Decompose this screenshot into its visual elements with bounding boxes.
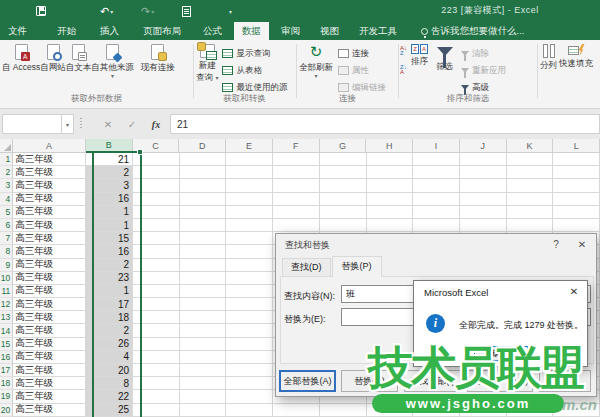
- cell-B16[interactable]: 4: [86, 351, 133, 364]
- cell-B17[interactable]: 20: [86, 364, 133, 377]
- row-header-15[interactable]: 15: [0, 338, 13, 351]
- cell-E1[interactable]: [226, 153, 273, 166]
- undo-dropdown-icon[interactable]: ▾: [110, 8, 113, 15]
- cell-A12[interactable]: 高三年级: [13, 298, 86, 311]
- cell-B10[interactable]: 23: [86, 272, 133, 285]
- cell-L1[interactable]: [553, 153, 600, 166]
- cell-B6[interactable]: 1: [86, 219, 133, 232]
- cell-J20[interactable]: [460, 404, 507, 417]
- cell-H4[interactable]: [367, 193, 414, 206]
- cell-E11[interactable]: [226, 285, 273, 298]
- cell-F1[interactable]: [273, 153, 320, 166]
- column-header-B[interactable]: B: [86, 139, 133, 153]
- cell-I5[interactable]: [413, 206, 460, 219]
- row-header-12[interactable]: 12: [0, 298, 13, 311]
- cell-K4[interactable]: [507, 193, 554, 206]
- cell-D9[interactable]: [180, 259, 227, 272]
- cell-F3[interactable]: [273, 179, 320, 192]
- cell-C5[interactable]: [133, 206, 180, 219]
- cell-F5[interactable]: [273, 206, 320, 219]
- cell-D5[interactable]: [180, 206, 227, 219]
- from-table-button[interactable]: 从表格: [222, 62, 287, 79]
- cell-J3[interactable]: [460, 179, 507, 192]
- dialog-close-icon[interactable]: ✕: [568, 234, 596, 255]
- refresh-all-button[interactable]: ↻ 全部刷新 ▾: [299, 40, 333, 79]
- cell-F2[interactable]: [273, 166, 320, 179]
- cell-A18[interactable]: 高三年级: [13, 377, 86, 390]
- cell-K20[interactable]: [507, 404, 554, 417]
- cell-E7[interactable]: [226, 232, 273, 245]
- cell-K2[interactable]: [507, 166, 554, 179]
- text-to-columns-button[interactable]: 分列: [540, 40, 557, 72]
- help-icon[interactable]: ?: [542, 234, 570, 255]
- cell-C16[interactable]: [133, 351, 180, 364]
- row-header-8[interactable]: 8: [0, 245, 13, 258]
- cell-B11[interactable]: 1: [86, 285, 133, 298]
- replace-all-button[interactable]: 全部替换(A): [279, 370, 336, 392]
- enter-button[interactable]: ✓: [122, 114, 142, 134]
- cell-B2[interactable]: 2: [86, 166, 133, 179]
- cell-I4[interactable]: [413, 193, 460, 206]
- cell-F4[interactable]: [273, 193, 320, 206]
- cell-I2[interactable]: [413, 166, 460, 179]
- cell-A10[interactable]: 高三年级: [13, 272, 86, 285]
- cell-H1[interactable]: [367, 153, 414, 166]
- cell-A2[interactable]: 高三年级: [13, 166, 86, 179]
- row-header-20[interactable]: 20: [0, 404, 13, 417]
- cell-K6[interactable]: [507, 219, 554, 232]
- cell-E8[interactable]: [226, 245, 273, 258]
- cell-E6[interactable]: [226, 219, 273, 232]
- cell-D4[interactable]: [180, 193, 227, 206]
- row-header-9[interactable]: 9: [0, 259, 13, 272]
- from-web-button[interactable]: 自网站: [40, 40, 66, 74]
- cell-E5[interactable]: [226, 206, 273, 219]
- cell-C3[interactable]: [133, 179, 180, 192]
- cell-E18[interactable]: [226, 377, 273, 390]
- cell-D13[interactable]: [180, 311, 227, 324]
- cell-D10[interactable]: [180, 272, 227, 285]
- cell-G5[interactable]: [320, 206, 367, 219]
- tab-formulas[interactable]: 公式: [195, 22, 230, 40]
- cell-L2[interactable]: [553, 166, 600, 179]
- clear-filter-button[interactable]: 清除: [461, 45, 506, 62]
- cell-B1[interactable]: 21: [86, 153, 133, 166]
- cell-A19[interactable]: 高三年级: [13, 390, 86, 403]
- properties-button[interactable]: 属性: [338, 62, 386, 79]
- ok-button[interactable]: 确定: [474, 346, 528, 361]
- cell-C19[interactable]: [133, 390, 180, 403]
- cell-A7[interactable]: 高三年级: [13, 232, 86, 245]
- cell-K3[interactable]: [507, 179, 554, 192]
- cancel-button[interactable]: ✕: [98, 114, 118, 134]
- row-header-2[interactable]: 2: [0, 166, 13, 179]
- cell-C17[interactable]: [133, 364, 180, 377]
- cell-E17[interactable]: [226, 364, 273, 377]
- cell-A9[interactable]: 高三年级: [13, 259, 86, 272]
- cell-B12[interactable]: 17: [86, 298, 133, 311]
- tell-me-box[interactable]: 告诉我您想要做什么...: [413, 22, 532, 40]
- save-button[interactable]: [36, 3, 46, 19]
- cell-F20[interactable]: [273, 404, 320, 417]
- filter-button[interactable]: 筛选: [436, 40, 453, 73]
- row-header-18[interactable]: 18: [0, 377, 13, 390]
- tab-find[interactable]: 查找(D): [282, 258, 331, 277]
- column-header-D[interactable]: D: [179, 139, 226, 153]
- find-next-button[interactable]: 查找下一个(F): [467, 370, 533, 392]
- cell-A17[interactable]: 高三年级: [13, 364, 86, 377]
- cell-D3[interactable]: [180, 179, 227, 192]
- cell-L6[interactable]: [553, 219, 600, 232]
- cell-I3[interactable]: [413, 179, 460, 192]
- name-box[interactable]: [2, 114, 62, 134]
- new-query-button[interactable]: 新建 查询 ▾: [196, 40, 218, 84]
- cell-E15[interactable]: [226, 338, 273, 351]
- connections-button[interactable]: 连接: [338, 45, 386, 62]
- cell-A3[interactable]: 高三年级: [13, 179, 86, 192]
- cell-E20[interactable]: [226, 404, 273, 417]
- cell-J5[interactable]: [460, 206, 507, 219]
- cell-B8[interactable]: 16: [86, 245, 133, 258]
- tab-view[interactable]: 视图: [312, 22, 347, 40]
- row-header-4[interactable]: 4: [0, 193, 13, 206]
- cell-A1[interactable]: 高三年级: [13, 153, 86, 166]
- cell-B9[interactable]: 2: [86, 259, 133, 272]
- column-header-I[interactable]: I: [413, 139, 460, 153]
- column-header-H[interactable]: H: [366, 139, 413, 153]
